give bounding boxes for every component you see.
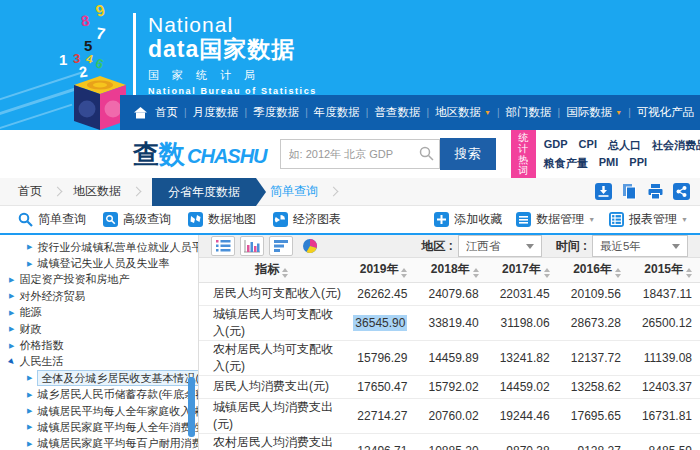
hot-word-retail[interactable]: 社会消费品零售总额: [652, 138, 700, 153]
indicator-cell: 城镇居民人均消费支出(元): [199, 398, 344, 433]
value-cell: 15792.02: [415, 375, 486, 398]
column-header-label: 2018年: [431, 262, 470, 276]
sidebar-scrollbar[interactable]: [188, 377, 195, 437]
value-cell: 12403.37: [629, 375, 700, 398]
map-icon: [188, 212, 203, 227]
expand-arrow-icon: ▶: [9, 325, 14, 333]
main-nav: 首页| 月度数据| 季度数据| 年度数据| 普查数据| 地区数据▼| 部门数据|…: [120, 95, 700, 130]
nav-separator: |: [626, 107, 633, 118]
data-management-label: 数据管理: [536, 211, 584, 228]
column-header-label: 指标: [255, 262, 279, 276]
column-header-indicator[interactable]: 指标: [199, 258, 344, 282]
list-view-button[interactable]: [211, 236, 235, 256]
copy-icon[interactable]: [621, 183, 638, 200]
nav-item-visualization[interactable]: 可视化产品: [633, 105, 699, 120]
tree-item[interactable]: ▶价格指数: [0, 337, 198, 353]
nav-separator: |: [303, 107, 310, 118]
tree-item[interactable]: ▶城镇居民家庭平均每人全年消费性支出: [0, 419, 198, 435]
hot-word-gdp[interactable]: GDP: [544, 138, 568, 153]
chevron-down-icon: ▼: [681, 216, 688, 223]
logo-cube-art: 9 8 7 5 3 4 6 1 2: [0, 0, 130, 130]
nav-item-monthly[interactable]: 月度数据: [189, 105, 243, 120]
column-header-2016[interactable]: 2016年: [558, 258, 629, 282]
tree-item[interactable]: ▶城乡居民人民币储蓄存款(年底余额): [0, 387, 198, 403]
nav-separator: |: [424, 107, 431, 118]
time-select[interactable]: 最近5年: [592, 235, 688, 257]
chevron-down-icon: ▼: [588, 216, 595, 223]
hot-word-grain[interactable]: 粮食产量: [544, 156, 588, 171]
tree-item[interactable]: ▶城镇登记失业人员及失业率: [0, 255, 198, 271]
breadcrumb-regional-data[interactable]: 地区数据: [73, 183, 121, 200]
data-management-icon: [516, 212, 531, 227]
download-icon[interactable]: [595, 183, 612, 200]
tree-item[interactable]: ▶能源: [0, 305, 198, 321]
breadcrumb-simple-query[interactable]: 简单查询: [270, 183, 318, 200]
tree-item-expanded[interactable]: ▶人民生活: [0, 354, 198, 370]
share-icon[interactable]: [673, 183, 690, 200]
tree-item-label: 固定资产投资和房地产: [19, 272, 129, 287]
nav-item-quarterly[interactable]: 季度数据: [249, 105, 303, 120]
collapse-arrow-icon: ▶: [7, 357, 16, 366]
h-bar-view-button[interactable]: [269, 236, 293, 256]
horizontal-bar-icon: [274, 240, 289, 252]
tree-item-selected[interactable]: ▶全体及分城乡居民收支基本情况(新口径): [0, 370, 198, 386]
chashu-logo: 查 数 CHASHU: [133, 137, 267, 172]
column-header-2017[interactable]: 2017年: [487, 258, 558, 282]
simple-query-button[interactable]: 简单查询: [18, 211, 86, 228]
column-header-2019[interactable]: 2019年: [344, 258, 415, 282]
search-button[interactable]: 搜索: [440, 138, 496, 170]
tree-item[interactable]: ▶按行业分城镇私营单位就业人员平均工资: [0, 239, 198, 255]
data-map-label: 数据地图: [208, 211, 256, 228]
hot-word-population[interactable]: 总人口: [608, 138, 641, 153]
tree-item-label: 城镇居民家庭平均每人全年消费性支出: [37, 420, 199, 435]
hot-word-cpi[interactable]: CPI: [579, 138, 597, 153]
value-cell: 9870.38: [487, 433, 558, 450]
expand-arrow-icon: ▶: [27, 374, 32, 382]
hot-word-pmi[interactable]: PMI: [599, 156, 619, 171]
logo-digit: 7: [95, 25, 107, 42]
search-input[interactable]: [280, 139, 440, 169]
tree-item[interactable]: ▶财政: [0, 321, 198, 337]
tree-item[interactable]: ▶固定资产投资和房地产: [0, 272, 198, 288]
economic-chart-button[interactable]: 经济图表: [273, 211, 341, 228]
pie-chart-view-button[interactable]: [298, 236, 322, 256]
tree-item[interactable]: ▶对外经济贸易: [0, 288, 198, 304]
breadcrumb-active-tab[interactable]: 分省年度数据: [152, 178, 256, 206]
sort-icon: [401, 268, 407, 278]
add-favorite-button[interactable]: 添加收藏: [434, 211, 502, 228]
nav-item-regional[interactable]: 地区数据▼: [431, 105, 495, 120]
hot-badge-line2: 热词: [514, 154, 533, 176]
nav-separator: |: [364, 107, 371, 118]
tree-item-label: 城乡居民人民币储蓄存款(年底余额): [37, 387, 199, 402]
print-icon[interactable]: [647, 183, 664, 200]
nav-item-label: 国际数据: [566, 105, 612, 120]
nav-item-international[interactable]: 国际数据▼: [562, 105, 626, 120]
value-cell: 13258.62: [558, 375, 629, 398]
hot-word-ppi[interactable]: PPI: [629, 156, 647, 171]
tree-item[interactable]: ▶城镇居民平均每人全年家庭收入来源: [0, 403, 198, 419]
report-management-label: 报表管理: [629, 211, 677, 228]
data-table: 指标 2019年 2018年 2017年 2016年 2015年 居民人均可支配…: [199, 258, 700, 450]
data-management-button[interactable]: 数据管理 ▼: [516, 211, 595, 228]
sort-icon: [282, 268, 288, 278]
region-select[interactable]: 江西省: [458, 235, 542, 257]
tree-item-label: 城镇居民平均每人全年家庭收入来源: [37, 404, 199, 419]
nav-item-census[interactable]: 普查数据: [370, 105, 424, 120]
advanced-query-button[interactable]: 高级查询: [103, 211, 171, 228]
bar-chart-icon: [244, 240, 260, 253]
column-header-2015[interactable]: 2015年: [629, 258, 700, 282]
nav-item-department[interactable]: 部门数据: [502, 105, 556, 120]
data-map-button[interactable]: 数据地图: [188, 211, 256, 228]
advanced-search-icon: [103, 212, 118, 227]
tree-item[interactable]: ▶城镇居民家庭平均每百户耐用消费品拥有量: [0, 436, 198, 450]
chevron-right-icon: [329, 187, 339, 197]
time-filter-label: 时间 :: [556, 238, 587, 255]
nav-item-home[interactable]: 首页: [151, 105, 182, 120]
search-box: 搜索: [280, 138, 496, 170]
report-management-button[interactable]: 报表管理 ▼: [609, 211, 688, 228]
bar-chart-view-button[interactable]: [240, 236, 264, 256]
nav-item-annual[interactable]: 年度数据: [310, 105, 364, 120]
column-header-2018[interactable]: 2018年: [415, 258, 486, 282]
pie-chart-icon: [302, 238, 318, 254]
breadcrumb-home[interactable]: 首页: [18, 183, 42, 200]
